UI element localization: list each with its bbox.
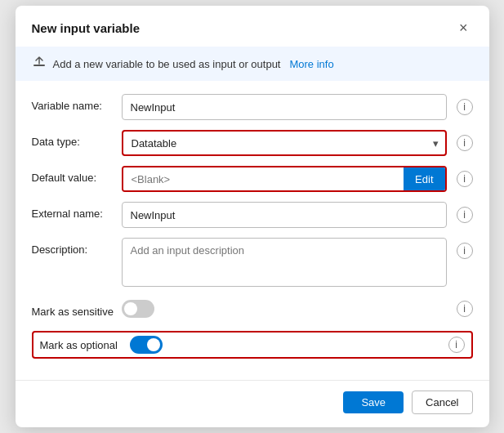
variable-name-label: Variable name:: [32, 94, 122, 112]
save-button[interactable]: Save: [343, 391, 404, 413]
data-type-info-icon[interactable]: i: [457, 135, 473, 151]
edit-button[interactable]: Edit: [404, 166, 444, 192]
mark-sensitive-toggle[interactable]: [122, 300, 154, 318]
description-label: Description:: [32, 238, 122, 256]
external-name-row: External name: i: [32, 202, 473, 230]
svg-rect-0: [33, 65, 45, 66]
dialog-header: New input variable ×: [16, 6, 489, 47]
upload-icon: [32, 55, 47, 73]
mark-optional-label: Mark as optional: [40, 339, 130, 351]
mark-sensitive-info-icon[interactable]: i: [457, 301, 473, 317]
description-textarea[interactable]: [122, 238, 447, 287]
mark-optional-slider: [130, 336, 163, 354]
description-info-icon[interactable]: i: [457, 243, 473, 259]
external-name-input[interactable]: [122, 202, 447, 228]
dialog-title: New input variable: [32, 21, 140, 35]
data-type-select[interactable]: Datatable Text Number Boolean List: [122, 130, 447, 156]
default-value-input[interactable]: [123, 167, 404, 190]
mark-optional-toggle[interactable]: [130, 336, 163, 354]
data-type-label: Data type:: [32, 130, 122, 148]
new-input-variable-dialog: New input variable × Add a new variable …: [16, 6, 489, 427]
external-name-control: i: [122, 202, 473, 228]
close-button[interactable]: ×: [454, 19, 473, 37]
default-value-row: Default value: Edit i: [32, 166, 473, 194]
mark-optional-control: i: [130, 336, 465, 354]
mark-optional-info-icon[interactable]: i: [448, 337, 465, 353]
more-info-link[interactable]: More info: [289, 58, 333, 70]
form-body: Variable name: i Data type: Datatable Te…: [16, 87, 489, 377]
variable-name-input[interactable]: [122, 94, 447, 120]
data-type-select-wrap: Datatable Text Number Boolean List ▾: [122, 130, 447, 156]
description-row: Description: i: [32, 238, 473, 287]
description-control: i: [122, 238, 473, 287]
mark-sensitive-control: i: [122, 300, 473, 318]
external-name-label: External name:: [32, 202, 122, 220]
external-name-info-icon[interactable]: i: [457, 207, 473, 223]
variable-name-row: Variable name: i: [32, 94, 473, 122]
mark-sensitive-slider: [122, 300, 154, 318]
banner-text: Add a new variable to be used as input o…: [53, 58, 281, 70]
default-value-wrap: Edit: [122, 166, 447, 192]
info-banner: Add a new variable to be used as input o…: [16, 47, 489, 81]
mark-optional-row: Mark as optional i: [32, 331, 473, 359]
data-type-row: Data type: Datatable Text Number Boolean…: [32, 130, 473, 158]
variable-name-info-icon[interactable]: i: [457, 99, 473, 115]
data-type-control: Datatable Text Number Boolean List ▾ i: [122, 130, 473, 156]
default-value-label: Default value:: [32, 166, 122, 184]
variable-name-control: i: [122, 94, 473, 120]
dialog-footer: Save Cancel: [16, 380, 489, 427]
mark-sensitive-label: Mark as sensitive: [32, 300, 122, 318]
default-value-info-icon[interactable]: i: [457, 171, 473, 187]
default-value-control: Edit i: [122, 166, 473, 192]
cancel-button[interactable]: Cancel: [412, 391, 472, 414]
mark-sensitive-row: Mark as sensitive i: [32, 295, 473, 323]
